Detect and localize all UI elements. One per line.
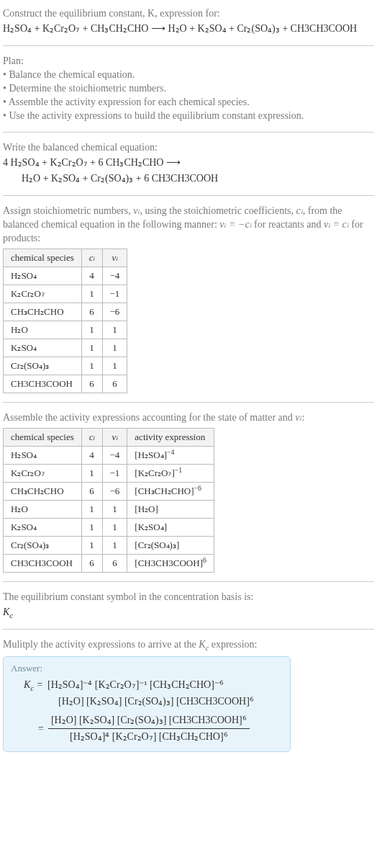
species-cell: Cr₂(SO₄)₃ bbox=[4, 536, 82, 554]
vi-cell: 1 bbox=[102, 339, 127, 357]
activity-cell: [H₂SO₄]−4 bbox=[127, 446, 214, 464]
ci-cell: 4 bbox=[81, 267, 102, 285]
vi-cell: 1 bbox=[102, 500, 127, 518]
answer-label: Answer: bbox=[11, 663, 283, 674]
prompt-line1: Construct the equilibrium constant, K, e… bbox=[3, 7, 374, 21]
table-row: CH3CH3COOH66 bbox=[4, 375, 127, 393]
table-row: K₂Cr₂O₇1−1 bbox=[4, 285, 127, 303]
species-cell: CH₃CH₂CHO bbox=[4, 303, 82, 321]
ci-cell: 1 bbox=[81, 357, 102, 375]
ci-cell: 1 bbox=[81, 464, 102, 482]
species-cell: H₂O bbox=[4, 321, 82, 339]
table-row: K₂Cr₂O₇1−1[K₂Cr₂O₇]−1 bbox=[4, 464, 214, 482]
relation-reactants: νᵢ = −cᵢ bbox=[219, 219, 251, 230]
vi-cell: −4 bbox=[102, 446, 127, 464]
ci-cell: 1 bbox=[81, 518, 102, 536]
kc-equals: Kc = bbox=[24, 677, 43, 693]
ci-cell: 1 bbox=[81, 285, 102, 303]
table-row: K₂SO₄11 bbox=[4, 339, 127, 357]
kc-symbol-section: The equilibrium constant symbol in the c… bbox=[3, 586, 374, 625]
col-species: chemical species bbox=[4, 428, 82, 446]
balanced-heading: Write the balanced chemical equation: bbox=[3, 141, 374, 155]
vi-cell: 6 bbox=[102, 554, 127, 572]
balanced-section: Write the balanced chemical equation: 4 … bbox=[3, 137, 374, 192]
table-row: H₂O11 bbox=[4, 321, 127, 339]
table-row: Cr₂(SO₄)₃11[Cr₂(SO₄)₃] bbox=[4, 536, 214, 554]
col-vi: νᵢ bbox=[102, 249, 127, 267]
divider bbox=[3, 195, 374, 196]
assign-text-part: for reactants and bbox=[252, 219, 324, 230]
divider bbox=[3, 402, 374, 403]
kc-expression-line2: [H₂O] [K₂SO₄] [Cr₂(SO₄)₃] [CH3CH3COOH]⁶ bbox=[58, 694, 283, 710]
species-cell: K₂Cr₂O₇ bbox=[4, 464, 82, 482]
multiply-text-part: expression: bbox=[209, 639, 257, 650]
kc-symbol: Kc bbox=[3, 604, 374, 620]
ci-cell: 4 bbox=[81, 446, 102, 464]
unbalanced-equation: H₂SO₄ + K₂Cr₂O₇ + CH₃CH₂CHO ⟶ H₂O + K₂SO… bbox=[3, 21, 374, 37]
vi-cell: 1 bbox=[102, 357, 127, 375]
vi-cell: 1 bbox=[102, 321, 127, 339]
species-cell: CH₃CH₂CHO bbox=[4, 482, 82, 500]
activity-cell: [H₂O] bbox=[127, 500, 214, 518]
relation-products: νᵢ = cᵢ bbox=[324, 219, 349, 230]
plan-heading: Plan: bbox=[3, 55, 374, 68]
plan-item: • Use the activity expressions to build … bbox=[3, 109, 374, 123]
vi-cell: −6 bbox=[102, 303, 127, 321]
species-cell: K₂SO₄ bbox=[4, 339, 82, 357]
ci-cell: 1 bbox=[81, 339, 102, 357]
multiply-text-part: Mulitply the activity expressions to arr… bbox=[3, 639, 199, 650]
answer-box: Answer: Kc = [H₂SO₄]⁻⁴ [K₂Cr₂O₇]⁻¹ [CH₃C… bbox=[3, 656, 291, 752]
species-cell: H₂SO₄ bbox=[4, 267, 82, 285]
vi-cell: −1 bbox=[102, 285, 127, 303]
vi-cell: 6 bbox=[102, 375, 127, 393]
fraction-numerator: [H₂O] [K₂SO₄] [Cr₂(SO₄)₃] [CH3CH3COOH]⁶ bbox=[48, 712, 250, 729]
vi-cell: −4 bbox=[102, 267, 127, 285]
equals-sign: = bbox=[38, 721, 44, 737]
activity-cell: [Cr₂(SO₄)₃] bbox=[127, 536, 214, 554]
assign-section: Assign stoichiometric numbers, νᵢ, using… bbox=[3, 200, 374, 398]
assemble-text: Assemble the activity expressions accoun… bbox=[3, 411, 374, 425]
kc-inline: Kc bbox=[199, 639, 209, 650]
col-species: chemical species bbox=[4, 249, 82, 267]
ci-cell: 6 bbox=[81, 482, 102, 500]
assign-text-part: Assign stoichiometric numbers, bbox=[3, 205, 133, 216]
col-ci: cᵢ bbox=[81, 428, 102, 446]
c-i: cᵢ bbox=[296, 205, 303, 216]
col-activity: activity expression bbox=[127, 428, 214, 446]
vi-cell: 1 bbox=[102, 536, 127, 554]
table-row: CH₃CH₂CHO6−6 bbox=[4, 303, 127, 321]
col-vi: νᵢ bbox=[102, 428, 127, 446]
divider bbox=[3, 132, 374, 133]
species-cell: K₂SO₄ bbox=[4, 518, 82, 536]
table-header-row: chemical species cᵢ νᵢ bbox=[4, 249, 127, 267]
balanced-equation-line1: 4 H₂SO₄ + K₂Cr₂O₇ + 6 CH₃CH₂CHO ⟶ bbox=[3, 155, 374, 171]
plan-item: • Balance the chemical equation. bbox=[3, 68, 374, 82]
plan-section: Plan: • Balance the chemical equation. •… bbox=[3, 50, 374, 127]
assign-text: Assign stoichiometric numbers, νᵢ, using… bbox=[3, 205, 374, 246]
nu-i: νᵢ bbox=[295, 412, 301, 423]
assemble-text-part: : bbox=[302, 412, 305, 423]
species-cell: CH3CH3COOH bbox=[4, 375, 82, 393]
activity-cell: [CH3CH3COOH]6 bbox=[127, 554, 214, 572]
stoich-table: chemical species cᵢ νᵢ H₂SO₄4−4 K₂Cr₂O₇1… bbox=[3, 249, 127, 393]
species-cell: Cr₂(SO₄)₃ bbox=[4, 357, 82, 375]
kc-symbol-text: The equilibrium constant symbol in the c… bbox=[3, 591, 374, 604]
activity-cell: [K₂Cr₂O₇]−1 bbox=[127, 464, 214, 482]
assign-text-part: , using the stoichiometric coefficients, bbox=[140, 205, 296, 216]
vi-cell: −1 bbox=[102, 464, 127, 482]
multiply-section: Mulitply the activity expressions to arr… bbox=[3, 634, 374, 756]
fraction-denominator: [H₂SO₄]⁴ [K₂Cr₂O₇] [CH₃CH₂CHO]⁶ bbox=[48, 729, 250, 745]
assemble-text-part: Assemble the activity expressions accoun… bbox=[3, 412, 295, 423]
kc-rhs-line2: [H₂O] [K₂SO₄] [Cr₂(SO₄)₃] [CH3CH3COOH]⁶ bbox=[58, 696, 254, 707]
plan-item: • Assemble the activity expression for e… bbox=[3, 96, 374, 109]
vi-cell: −6 bbox=[102, 482, 127, 500]
ci-cell: 6 bbox=[81, 554, 102, 572]
kc-expression-line1: Kc = [H₂SO₄]⁻⁴ [K₂Cr₂O₇]⁻¹ [CH₃CH₂CHO]⁻⁶ bbox=[24, 677, 283, 693]
table-row: CH₃CH₂CHO6−6[CH₃CH₂CHO]−6 bbox=[4, 482, 214, 500]
table-row: K₂SO₄11[K₂SO₄] bbox=[4, 518, 214, 536]
table-row: H₂SO₄4−4 bbox=[4, 267, 127, 285]
kc-rhs-line1: [H₂SO₄]⁻⁴ [K₂Cr₂O₇]⁻¹ [CH₃CH₂CHO]⁻⁶ bbox=[47, 677, 224, 693]
table-row: H₂SO₄4−4[H₂SO₄]−4 bbox=[4, 446, 214, 464]
species-cell: CH3CH3COOH bbox=[4, 554, 82, 572]
vi-cell: 1 bbox=[102, 518, 127, 536]
